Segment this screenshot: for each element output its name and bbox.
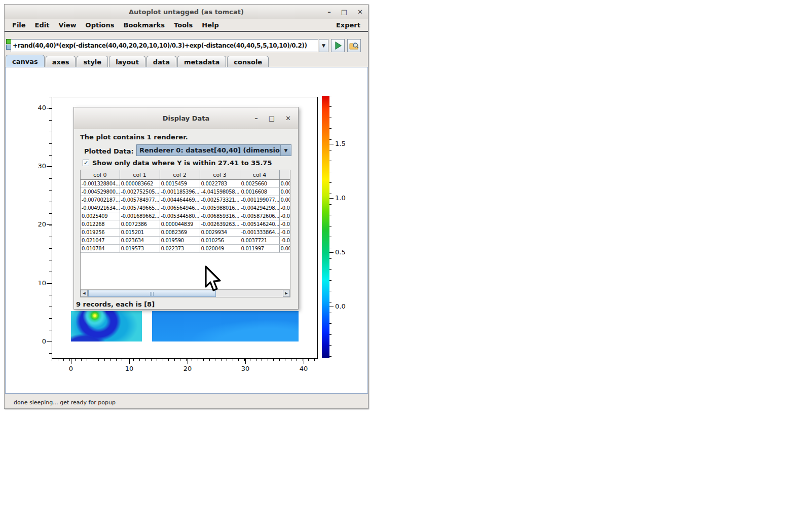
table-cell[interactable]: -0.007002187... [81, 196, 120, 204]
table-cell[interactable]: -0.0 [279, 237, 290, 245]
table-cell[interactable]: 0.020049 [200, 245, 240, 253]
dialog-maximize-icon[interactable]: □ [269, 115, 275, 122]
spectrogram-image-left[interactable] [71, 311, 142, 341]
table-row[interactable]: -0.004921634... -0.005749665... -0.00656… [81, 204, 290, 212]
table-cell[interactable]: -0.005344580... [160, 212, 200, 220]
scroll-right-button[interactable]: ▶ [283, 290, 290, 297]
dialog-minimize-icon[interactable]: – [254, 115, 258, 122]
table-cell[interactable]: 0.019256 [81, 229, 120, 237]
column-header[interactable]: col 0 [81, 170, 120, 180]
menu-expert[interactable]: Expert [331, 21, 365, 29]
table-cell[interactable]: -0.002752505... [120, 188, 160, 196]
table-row[interactable]: -0.007002187... -0.005784977... -0.00446… [81, 196, 290, 204]
table-cell[interactable]: 0.00 [279, 188, 290, 196]
table-cell[interactable]: 0.021047 [81, 237, 120, 245]
plotted-data-select[interactable]: Renderer 0: dataset[40,40] (dimension...… [136, 144, 291, 156]
minimize-icon[interactable]: – [327, 9, 331, 15]
table-cell[interactable]: -0.006564946... [160, 204, 200, 212]
table-cell[interactable]: 0.0082369 [160, 229, 200, 237]
table-cell[interactable]: 0.011997 [240, 245, 279, 253]
table-cell[interactable]: 0.019590 [160, 237, 200, 245]
table-row[interactable]: 0.012268 0.0072386 0.000044839 -0.002639… [81, 220, 290, 229]
table-cell[interactable]: 0.010784 [81, 245, 120, 253]
table-cell[interactable]: 0.022373 [160, 245, 200, 253]
column-header[interactable]: col 1 [120, 170, 160, 180]
table-cell[interactable]: 0.015201 [120, 229, 160, 237]
table-cell[interactable]: 0.019573 [120, 245, 160, 253]
scrollbar-thumb[interactable] [88, 290, 216, 297]
column-header[interactable]: col 3 [200, 170, 240, 180]
table-cell[interactable]: -0.004529800... [81, 188, 120, 196]
tab-axes[interactable]: axes [46, 56, 76, 67]
table-cell[interactable]: -0.005872606... [240, 212, 279, 220]
table-cell[interactable]: -0.001328804... [81, 180, 120, 188]
menu-help[interactable]: Help [197, 21, 223, 29]
table-cell[interactable]: -0.001689662... [120, 212, 160, 220]
column-header[interactable]: col 2 [160, 170, 200, 180]
table-cell[interactable]: 0.0016608 [240, 188, 279, 196]
table-cell[interactable]: 0.0072386 [120, 220, 160, 229]
table-cell[interactable]: -0.002639263... [200, 220, 240, 229]
tab-console[interactable]: console [227, 56, 269, 67]
menu-view[interactable]: View [54, 21, 81, 29]
plot-canvas[interactable]: 40 30 20 10 0 0 10 20 30 40 [5, 67, 368, 394]
table-cell[interactable]: -0.0 [279, 212, 290, 220]
tab-metadata[interactable]: metadata [177, 56, 226, 67]
dialog-titlebar[interactable]: Display Data – □ ✕ [74, 107, 298, 129]
table-cell[interactable]: -0.0 [279, 204, 290, 212]
close-icon[interactable]: ✕ [357, 9, 363, 15]
tab-style[interactable]: style [77, 56, 108, 67]
table-cell[interactable]: -0.0 [279, 229, 290, 237]
table-cell[interactable]: 0.000044839 [160, 220, 200, 229]
table-row[interactable]: 0.0025409 -0.001689662... -0.005344580..… [81, 212, 290, 220]
tab-canvas[interactable]: canvas [6, 55, 45, 67]
table-cell[interactable]: -4.041598058... [200, 188, 240, 196]
table-cell[interactable]: 0.000083662 [120, 180, 160, 188]
menu-tools[interactable]: Tools [169, 21, 197, 29]
table-cell[interactable]: -0.001333864... [240, 229, 279, 237]
table-cell[interactable]: -0.004464469... [160, 196, 200, 204]
y-filter-checkbox[interactable]: ✓ [83, 160, 89, 166]
table-row[interactable]: 0.010784 0.019573 0.022373 0.020049 0.01… [81, 245, 290, 253]
table-cell[interactable]: 0.023634 [120, 237, 160, 245]
table-cell[interactable]: 0.0022783 [200, 180, 240, 188]
menu-file[interactable]: File [8, 21, 30, 29]
table-row[interactable]: -0.004529800... -0.002752505... -0.00118… [81, 188, 290, 196]
table-cell[interactable]: 0.0029934 [200, 229, 240, 237]
table-cell[interactable]: -0.005146240... [240, 220, 279, 229]
table-row[interactable]: 0.019256 0.015201 0.0082369 0.0029934 -0… [81, 229, 290, 237]
table-row[interactable]: -0.001328804... 0.000083662 0.0015459 0.… [81, 180, 290, 188]
table-cell[interactable]: 0.00 [279, 196, 290, 204]
table-cell[interactable]: -0.005749665... [120, 204, 160, 212]
go-button[interactable] [331, 39, 345, 52]
table-cell[interactable]: -0.004294298... [240, 204, 279, 212]
table-cell[interactable]: -0.005784977... [120, 196, 160, 204]
table-cell[interactable]: -0.001199077... [240, 196, 279, 204]
table-cell[interactable]: -0.004921634... [81, 204, 120, 212]
data-table-pane[interactable]: col 0 col 1 col 2 col 3 col 4 [80, 170, 290, 297]
horizontal-scrollbar[interactable]: ◀ ▶ [81, 289, 290, 297]
table-cell[interactable]: -0.002573321... [200, 196, 240, 204]
table-cell[interactable]: 0.0015459 [160, 180, 200, 188]
table-cell[interactable]: 0.0025409 [81, 212, 120, 220]
maximize-icon[interactable]: □ [341, 9, 347, 15]
column-header[interactable] [279, 170, 290, 180]
table-cell[interactable]: 0.00 [279, 180, 290, 188]
column-header[interactable]: col 4 [240, 170, 279, 180]
tab-layout[interactable]: layout [109, 56, 145, 67]
table-cell[interactable]: 0.010256 [200, 237, 240, 245]
inspect-uri-button[interactable] [347, 39, 361, 52]
uri-input[interactable] [11, 39, 318, 52]
table-cell[interactable]: 0.012268 [81, 220, 120, 229]
uri-dropdown-button[interactable]: ▼ [319, 39, 328, 52]
table-cell[interactable]: -0.0 [279, 220, 290, 229]
table-cell[interactable]: -0.001185396... [160, 188, 200, 196]
spectrogram-image-right[interactable] [152, 311, 299, 341]
table-cell[interactable]: 0.0037721 [240, 237, 279, 245]
colorbar[interactable] [322, 96, 329, 358]
tab-data[interactable]: data [146, 56, 176, 67]
window-titlebar[interactable]: Autoplot untagged (as tomcat) – □ ✕ [5, 5, 368, 19]
menu-bookmarks[interactable]: Bookmarks [119, 21, 170, 29]
table-cell[interactable]: 0.00 [279, 245, 290, 253]
table-cell[interactable]: -0.005988016... [200, 204, 240, 212]
